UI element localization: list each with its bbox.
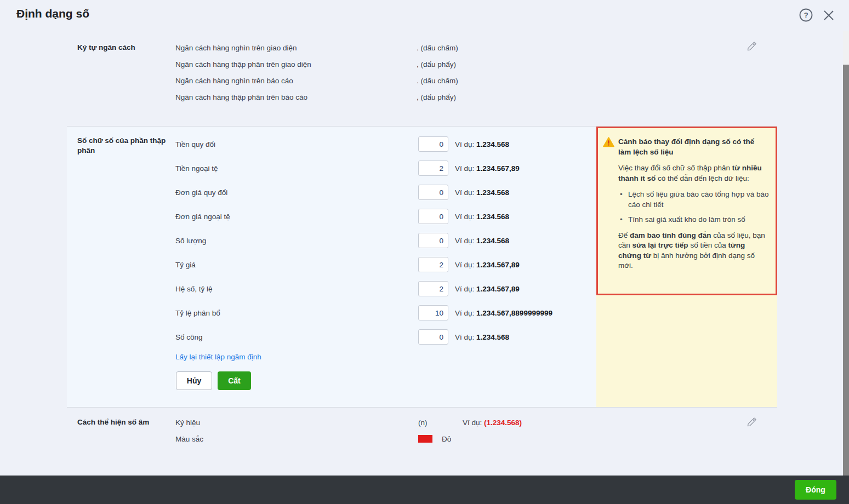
save-button[interactable]: Cất xyxy=(218,371,251,390)
example-prefix: Ví dụ: xyxy=(455,309,474,317)
separator-row-value: . (dấu chấm) xyxy=(417,77,458,85)
decimal-row-name: Tỷ lệ phân bổ xyxy=(175,309,418,317)
negative-symbol-value: (n) xyxy=(418,419,463,427)
decimal-example: Ví dụ: 1.234.567,89 xyxy=(455,261,520,269)
negative-color-label: Màu sắc xyxy=(175,435,418,443)
decimal-row-name: Đơn giá ngoại tệ xyxy=(175,213,418,221)
warning-triangle-icon xyxy=(603,137,614,149)
separator-row-name: Ngăn cách hàng nghìn trên báo cáo xyxy=(175,77,417,85)
separator-section-label: Ký tự ngăn cách xyxy=(77,43,185,53)
header-icons: ? xyxy=(799,8,835,24)
decimal-row-name: Tiền quy đổi xyxy=(175,140,418,148)
example-value: 1.234.568 xyxy=(476,188,509,197)
edit-negative-button[interactable] xyxy=(747,417,756,427)
warning-intro: Việc thay đổi số chữ số thập phân từ nhi… xyxy=(618,163,769,184)
edit-separators-button[interactable] xyxy=(747,42,756,51)
decimal-row: Số lượng Ví dụ: 1.234.568 xyxy=(175,228,552,253)
close-dialog-button[interactable]: Đóng xyxy=(795,480,836,500)
help-button[interactable]: ? xyxy=(799,8,813,24)
separator-row-value: , (dấu phẩy) xyxy=(417,60,456,68)
separator-row: Ngăn cách hàng nghìn trên báo cáo . (dấu… xyxy=(175,72,744,89)
separator-section: Ký tự ngăn cách Ngăn cách hàng nghìn trê… xyxy=(67,33,777,126)
decimal-digits-input[interactable] xyxy=(418,281,448,296)
decimal-digits-input[interactable] xyxy=(418,209,448,224)
decimal-example: Ví dụ: 1.234.568 xyxy=(455,140,509,148)
separator-row-value: . (dấu chấm) xyxy=(417,44,458,52)
warning-panel: Cảnh báo thay đổi định dạng số có thể là… xyxy=(596,127,777,407)
separator-row-name: Ngăn cách hàng thập phân trên giao diện xyxy=(175,60,417,68)
decimal-example: Ví dụ: 1.234.567,89 xyxy=(455,285,520,293)
example-value: 1.234.567,89 xyxy=(476,261,520,269)
negative-section-label: Cách thể hiện số âm xyxy=(77,417,185,427)
example-prefix: Ví dụ: xyxy=(455,237,474,245)
example-prefix: Ví dụ: xyxy=(455,188,474,197)
cancel-button[interactable]: Hủy xyxy=(176,371,212,390)
decimal-section-label: Số chữ số của phần thập phân xyxy=(77,136,185,156)
example-value: 1.234.567,8899999999 xyxy=(476,309,552,317)
example-value: 1.234.568 xyxy=(476,140,509,148)
decimal-digits-input[interactable] xyxy=(418,136,448,152)
warning-outro: Để đảm bảo tính đúng đắn của số liệu, bạ… xyxy=(618,231,769,271)
decimal-row: Hệ số, tỷ lệ Ví dụ: 1.234.567,89 xyxy=(175,277,552,301)
warning-bullets: Lệch số liệu giữa báo cáo tổng hợp và bá… xyxy=(618,190,769,225)
separator-row-value: , (dấu phẩy) xyxy=(417,93,456,101)
negative-section: Cách thể hiện số âm Ký hiệu (n) Ví dụ: (… xyxy=(67,408,777,476)
negative-example-value: (1.234.568) xyxy=(484,419,522,427)
decimal-digits-input[interactable] xyxy=(418,161,448,176)
example-prefix: Ví dụ: xyxy=(463,419,482,427)
decimal-row: Tiền ngoại tệ Ví dụ: 1.234.567,89 xyxy=(175,156,552,180)
decimal-digits-input[interactable] xyxy=(418,329,448,345)
number-format-dialog: Định dạng số ? Ký tự ngăn cách Ngăn cách… xyxy=(0,0,849,504)
pencil-icon xyxy=(747,42,756,51)
decimal-example: Ví dụ: 1.234.568 xyxy=(455,333,509,341)
example-value: 1.234.568 xyxy=(476,213,509,221)
decimal-row: Đơn giá quy đổi Ví dụ: 1.234.568 xyxy=(175,180,552,204)
separator-row-name: Ngăn cách hàng thập phân trên báo cáo xyxy=(175,93,417,101)
negative-example: Ví dụ: (1.234.568) xyxy=(463,419,522,427)
decimal-buttons: Hủy Cất xyxy=(176,371,251,390)
decimal-section: Số chữ số của phần thập phân Tiền quy đổ… xyxy=(67,127,596,407)
separator-row-name: Ngăn cách hàng nghìn trên giao diện xyxy=(175,44,417,52)
decimal-row-name: Tỷ giá xyxy=(175,261,418,269)
scrollbar-thumb[interactable] xyxy=(843,65,849,478)
example-prefix: Ví dụ: xyxy=(455,164,474,173)
warning-title: Cảnh báo thay đổi định dạng số có thể là… xyxy=(618,137,769,157)
svg-text:?: ? xyxy=(804,11,808,19)
decimal-example: Ví dụ: 1.234.567,89 xyxy=(455,164,520,173)
separator-row: Ngăn cách hàng thập phân trên báo cáo , … xyxy=(175,89,744,105)
decimal-example: Ví dụ: 1.234.568 xyxy=(455,213,509,221)
page-title: Định dạng số xyxy=(16,7,89,20)
decimal-example: Ví dụ: 1.234.568 xyxy=(455,237,509,245)
example-value: 1.234.567,89 xyxy=(476,164,520,173)
negative-symbol-row: Ký hiệu (n) Ví dụ: (1.234.568) xyxy=(175,414,744,431)
reset-defaults-link[interactable]: Lấy lại thiết lập ngầm định xyxy=(175,349,261,365)
decimal-row: Đơn giá ngoại tệ Ví dụ: 1.234.568 xyxy=(175,204,552,228)
decimal-row: Tỷ giá Ví dụ: 1.234.567,89 xyxy=(175,253,552,277)
example-value: 1.234.567,89 xyxy=(476,285,520,293)
example-value: 1.234.568 xyxy=(476,333,509,341)
decimal-digits-input[interactable] xyxy=(418,185,448,200)
example-prefix: Ví dụ: xyxy=(455,213,474,221)
decimal-example: Ví dụ: 1.234.567,8899999999 xyxy=(455,309,552,317)
pencil-icon xyxy=(747,417,756,427)
decimal-row: Tỷ lệ phân bổ Ví dụ: 1.234.567,889999999… xyxy=(175,301,552,325)
warning-box: Cảnh báo thay đổi định dạng số có thể là… xyxy=(596,127,777,295)
close-icon xyxy=(823,9,835,21)
example-prefix: Ví dụ: xyxy=(455,261,474,269)
decimal-row: Tiền quy đổi Ví dụ: 1.234.568 xyxy=(175,132,552,156)
decimal-row-name: Số lượng xyxy=(175,237,418,245)
help-icon: ? xyxy=(799,8,813,22)
decimal-digits-input[interactable] xyxy=(418,305,448,320)
close-button[interactable] xyxy=(823,9,835,23)
negative-color-swatch xyxy=(418,435,432,443)
decimal-row-name: Hệ số, tỷ lệ xyxy=(175,285,418,293)
decimal-row: Số công Ví dụ: 1.234.568 xyxy=(175,325,552,349)
example-prefix: Ví dụ: xyxy=(455,140,474,148)
separator-rows: Ngăn cách hàng nghìn trên giao diện . (d… xyxy=(175,39,744,105)
decimal-digits-input[interactable] xyxy=(418,257,448,272)
decimal-rows: Tiền quy đổi Ví dụ: 1.234.568 Tiền ngoại… xyxy=(175,132,552,349)
decimal-digits-input[interactable] xyxy=(418,233,448,248)
separator-row: Ngăn cách hàng thập phân trên giao diện … xyxy=(175,56,744,72)
decimal-row-name: Số công xyxy=(175,333,418,341)
scrollbar-track[interactable] xyxy=(843,31,849,476)
